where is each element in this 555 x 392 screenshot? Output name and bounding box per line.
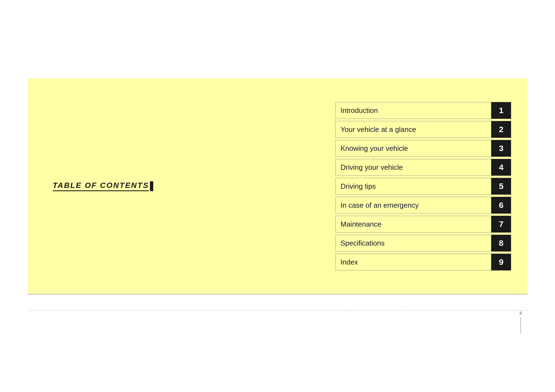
page-container: TABLE OF CONTENTS Introduction1Your vehi… bbox=[0, 0, 555, 392]
toc-item-number-1: 1 bbox=[491, 102, 511, 119]
page-number-area: ii bbox=[512, 310, 529, 338]
toc-row[interactable]: In case of an emergency6 bbox=[335, 197, 511, 213]
toc-row[interactable]: Driving your vehicle4 bbox=[335, 159, 511, 176]
toc-item-number-7: 7 bbox=[491, 216, 511, 232]
toc-item-number-3: 3 bbox=[491, 140, 511, 157]
toc-row[interactable]: Maintenance7 bbox=[335, 216, 511, 232]
toc-row[interactable]: Your vehicle at a glance2 bbox=[335, 121, 511, 138]
toc-item-number-8: 8 bbox=[491, 235, 511, 251]
toc-item-label-7: Maintenance bbox=[335, 216, 491, 232]
toc-item-label-6: In case of an emergency bbox=[335, 197, 491, 213]
toc-item-label-3: Knowing your vehicle bbox=[335, 140, 491, 157]
toc-row[interactable]: Specifications8 bbox=[335, 235, 511, 251]
dashed-divider bbox=[27, 310, 528, 311]
toc-row[interactable]: Introduction1 bbox=[335, 102, 511, 119]
toc-items-container: Introduction1Your vehicle at a glance2Kn… bbox=[335, 102, 511, 270]
toc-item-number-9: 9 bbox=[491, 254, 511, 270]
page-number: ii bbox=[520, 310, 522, 316]
content-area: TABLE OF CONTENTS Introduction1Your vehi… bbox=[27, 78, 528, 294]
toc-item-number-5: 5 bbox=[491, 178, 511, 194]
page-num-divider bbox=[520, 317, 521, 334]
toc-item-label-8: Specifications bbox=[335, 235, 491, 251]
toc-row[interactable]: Index9 bbox=[335, 254, 511, 270]
toc-label-container: TABLE OF CONTENTS bbox=[27, 78, 179, 294]
toc-title: TABLE OF CONTENTS bbox=[53, 181, 149, 191]
toc-item-number-2: 2 bbox=[491, 121, 511, 138]
toc-label: TABLE OF CONTENTS bbox=[53, 181, 154, 191]
toc-item-label-4: Driving your vehicle bbox=[335, 159, 491, 176]
toc-row[interactable]: Knowing your vehicle3 bbox=[335, 140, 511, 157]
toc-item-number-6: 6 bbox=[491, 197, 511, 213]
toc-item-label-5: Driving tips bbox=[335, 178, 491, 194]
toc-item-number-4: 4 bbox=[491, 159, 511, 176]
toc-row[interactable]: Driving tips5 bbox=[335, 178, 511, 194]
toc-item-label-2: Your vehicle at a glance bbox=[335, 121, 491, 138]
toc-item-label-9: Index bbox=[335, 254, 491, 270]
toc-title-marker bbox=[150, 181, 153, 191]
toc-item-label-1: Introduction bbox=[335, 102, 491, 119]
bottom-divider bbox=[27, 294, 528, 294]
